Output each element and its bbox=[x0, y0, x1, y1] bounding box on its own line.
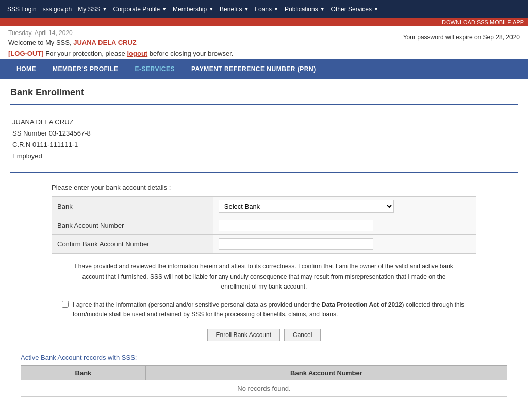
account-number-input[interactable] bbox=[219, 220, 373, 231]
logout-bar: [LOG-OUT] For your protection, please lo… bbox=[8, 49, 233, 57]
enroll-button[interactable]: Enroll Bank Account bbox=[207, 329, 280, 341]
nav-membership[interactable]: Membership▼ bbox=[170, 6, 217, 13]
bank-records-table: Bank Bank Account Number No records foun… bbox=[21, 365, 507, 397]
agree-checkbox[interactable] bbox=[62, 301, 69, 308]
password-expiry: Your password will expire on Sep 28, 202… bbox=[403, 29, 520, 41]
tab-home[interactable]: HOME bbox=[8, 59, 44, 79]
tab-e-services[interactable]: E-SERVICES bbox=[127, 59, 183, 79]
welcome-message: Welcome to My SSS, JUANA DELA CRUZ bbox=[8, 39, 233, 46]
checkbox-label: I agree that the information (personal a… bbox=[73, 300, 466, 320]
bank-table-header: Bank Bank Account Number bbox=[21, 366, 507, 380]
date-display: Tuesday, April 14, 2020 bbox=[8, 29, 233, 37]
nav-my-sss[interactable]: My SSS▼ bbox=[75, 6, 110, 13]
tab-prn[interactable]: PAYMENT REFERENCE NUMBER (PRN) bbox=[183, 59, 324, 79]
form-row-confirm-account: Confirm Bank Account Number bbox=[52, 235, 476, 254]
form-row-bank: Bank Select Bank bbox=[52, 197, 476, 216]
nav-publications[interactable]: Publications▼ bbox=[282, 6, 328, 13]
logout-bracket[interactable]: [LOG-OUT] bbox=[8, 49, 44, 57]
download-bar[interactable]: DOWNLOAD SSS MOBILE APP bbox=[0, 18, 528, 26]
user-full-name: JUANA DELA CRUZ bbox=[12, 116, 516, 128]
nav-corporate-profile[interactable]: Corporate Profile▼ bbox=[110, 6, 170, 13]
form-table: Bank Select Bank Bank Account Number Con… bbox=[52, 196, 476, 254]
page-title: Bank Enrollment bbox=[10, 87, 518, 98]
main-content: Bank Enrollment JUANA DELA CRUZ SS Numbe… bbox=[0, 79, 528, 405]
user-name-display: JUANA DELA CRUZ bbox=[73, 39, 137, 46]
info-bar: Tuesday, April 14, 2020 Welcome to My SS… bbox=[0, 26, 528, 59]
confirm-account-input-cell bbox=[213, 235, 476, 254]
col-bank: Bank bbox=[21, 366, 146, 380]
form-section: Please enter your bank account details :… bbox=[10, 183, 518, 341]
button-row: Enroll Bank Account Cancel bbox=[52, 329, 476, 341]
crn-label: C.R.N bbox=[12, 141, 30, 148]
user-status: Employed bbox=[12, 150, 516, 162]
info-left: Tuesday, April 14, 2020 Welcome to My SS… bbox=[8, 29, 233, 57]
form-instruction: Please enter your bank account details : bbox=[52, 183, 476, 191]
bank-label: Bank bbox=[52, 197, 213, 216]
user-crn: C.R.N 0111-111111-1 bbox=[12, 139, 516, 150]
account-number-input-cell bbox=[213, 216, 476, 235]
user-ss-number: SS Number 03-1234567-8 bbox=[12, 128, 516, 139]
nav-other-services[interactable]: Other Services▼ bbox=[328, 6, 382, 13]
confirm-account-label: Confirm Bank Account Number bbox=[52, 235, 213, 254]
nav-loans[interactable]: Loans▼ bbox=[252, 6, 282, 13]
dpa-text: Data Protection Act of 2012 bbox=[322, 301, 402, 308]
bank-input-cell: Select Bank bbox=[213, 197, 476, 216]
tab-members-profile[interactable]: MEMBER'S PROFILE bbox=[44, 59, 127, 79]
account-number-label: Bank Account Number bbox=[52, 216, 213, 235]
active-section-title: Active Bank Account records with SSS: bbox=[21, 354, 507, 361]
active-bank-section: Active Bank Account records with SSS: Ba… bbox=[10, 354, 518, 397]
logout-suffix: before closing your browser. bbox=[150, 49, 234, 57]
checkbox-prefix: I agree that the information (personal a… bbox=[73, 301, 322, 308]
bank-select[interactable]: Select Bank bbox=[219, 200, 394, 213]
cancel-button[interactable]: Cancel bbox=[284, 329, 321, 341]
ss-number-label: SS Number bbox=[12, 129, 47, 137]
form-row-account-number: Bank Account Number bbox=[52, 216, 476, 235]
welcome-prefix: Welcome to My SSS, bbox=[8, 39, 72, 46]
nav-sss-login[interactable]: SSS Login bbox=[4, 6, 40, 13]
nav-benefits[interactable]: Benefits▼ bbox=[217, 6, 252, 13]
checkbox-row: I agree that the information (personal a… bbox=[52, 300, 476, 320]
col-account-number: Bank Account Number bbox=[145, 366, 507, 380]
nav-sss-gov[interactable]: sss.gov.ph bbox=[40, 6, 75, 13]
disclaimer-text: I have provided and reviewed the informa… bbox=[52, 262, 476, 292]
logout-text: For your protection, please bbox=[45, 49, 127, 57]
divider-top bbox=[10, 104, 518, 105]
divider-middle bbox=[10, 172, 518, 173]
table-row-empty: No records found. bbox=[21, 380, 507, 397]
logout-link[interactable]: logout bbox=[127, 49, 147, 57]
user-info-block: JUANA DELA CRUZ SS Number 03-1234567-8 C… bbox=[10, 111, 518, 167]
no-records-text: No records found. bbox=[21, 380, 507, 397]
nav-tabs: HOME MEMBER'S PROFILE E-SERVICES PAYMENT… bbox=[0, 59, 528, 79]
confirm-account-input[interactable] bbox=[219, 238, 373, 250]
top-navigation: SSS Login sss.gov.ph My SSS▼ Corporate P… bbox=[0, 0, 528, 18]
